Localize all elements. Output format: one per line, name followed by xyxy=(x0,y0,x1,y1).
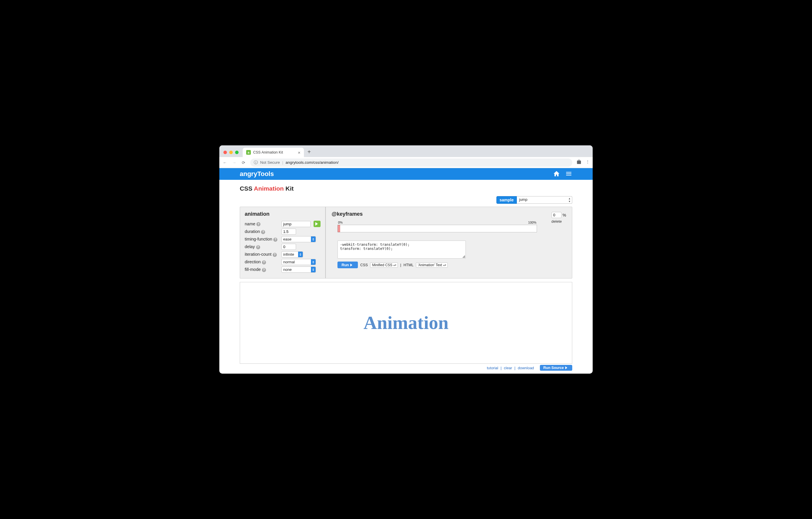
page-title: CSS Animation Kit xyxy=(240,185,572,192)
fillmode-select[interactable]: none xyxy=(282,267,316,273)
css-format-select[interactable]: Minified CSS▴▾ xyxy=(370,263,398,268)
url-text: angrytools.com/css/animation/ xyxy=(286,160,339,165)
brand-logo[interactable]: angryTools xyxy=(240,170,274,178)
chevron-updown-icon: ▴▾ xyxy=(443,264,446,266)
ruler-track[interactable] xyxy=(338,225,537,233)
current-frame-marker[interactable] xyxy=(338,225,340,232)
direction-value: normal xyxy=(283,260,295,264)
run-row: Run CSS Minified CSS▴▾ | HTML 'Animation… xyxy=(338,262,560,268)
footer-links: tutorial | clear | download Run Source xyxy=(240,365,572,371)
label-name: name? xyxy=(245,222,280,226)
chevron-updown-icon: ▴▾ xyxy=(569,197,570,203)
sample-label: sample xyxy=(496,196,517,204)
tutorial-link[interactable]: tutorial xyxy=(487,366,498,370)
favicon-icon: a xyxy=(246,150,251,155)
keyframes-heading: @keyframes xyxy=(331,211,566,217)
help-icon[interactable]: ? xyxy=(262,261,266,265)
help-icon[interactable]: ? xyxy=(262,268,266,272)
forward-icon[interactable]: → xyxy=(232,160,237,165)
title-pre: CSS xyxy=(240,185,254,192)
label-duration: duration? xyxy=(245,229,280,234)
chevron-updown-icon xyxy=(311,237,316,242)
timing-select[interactable]: ease xyxy=(282,236,316,242)
percent-input[interactable] xyxy=(552,212,561,218)
browser-window: a CSS Animation Kit × + ← → ⟳ ⓘ Not Secu… xyxy=(219,145,593,374)
title-highlight: Animation xyxy=(254,185,284,192)
titlebar: a CSS Animation Kit × + xyxy=(219,145,593,157)
timing-value: ease xyxy=(283,237,291,241)
extension-icon[interactable] xyxy=(576,159,582,165)
keyframe-code[interactable]: -webkit-transform: translateY(0); transf… xyxy=(338,241,466,258)
delete-keyframe[interactable]: delete xyxy=(552,219,562,224)
label-direction: direction? xyxy=(245,260,280,265)
home-icon[interactable] xyxy=(553,170,560,178)
back-icon[interactable]: ← xyxy=(222,160,228,165)
help-icon[interactable]: ? xyxy=(261,230,265,234)
info-icon: ⓘ xyxy=(254,160,258,165)
maximize-window[interactable] xyxy=(235,151,239,154)
name-input[interactable] xyxy=(282,221,311,227)
run-source-button[interactable]: Run Source xyxy=(540,365,572,371)
ruler-end: 100% xyxy=(528,221,536,224)
chevron-updown-icon xyxy=(311,267,316,272)
browser-toolbar: ← → ⟳ ⓘ Not Secure | angrytools.com/css/… xyxy=(219,157,593,168)
address-bar[interactable]: ⓘ Not Secure | angrytools.com/css/animat… xyxy=(250,159,572,167)
keyframe-stops xyxy=(338,233,537,237)
chevron-updown-icon xyxy=(298,252,303,257)
clear-link[interactable]: clear xyxy=(504,366,512,370)
preview-text: Animation xyxy=(364,312,448,334)
window-controls xyxy=(219,151,243,157)
reload-icon[interactable]: ⟳ xyxy=(241,160,246,165)
site-header: angryTools xyxy=(219,168,593,180)
chevron-updown-icon xyxy=(311,259,316,265)
sample-select[interactable]: jump ▴▾ xyxy=(517,196,572,204)
chevron-updown-icon: ▴▾ xyxy=(394,264,396,266)
close-tab-icon[interactable]: × xyxy=(298,150,300,155)
page-content: CSS Animation Kit sample jump ▴▾ animati… xyxy=(219,180,593,374)
minimize-window[interactable] xyxy=(229,151,233,154)
keyframes-pane: @keyframes 0% 100% % xyxy=(326,207,572,278)
play-button[interactable] xyxy=(314,221,321,227)
fillmode-value: none xyxy=(283,267,292,272)
security-label: Not Secure xyxy=(260,160,280,165)
label-fillmode: fill-mode? xyxy=(245,267,280,272)
sample-row: sample jump ▴▾ xyxy=(240,196,572,204)
tab-title: CSS Animation Kit xyxy=(253,150,283,155)
html-format-value: 'Animation' Text xyxy=(418,263,442,267)
css-label: CSS xyxy=(360,263,368,267)
iteration-select[interactable]: infinite xyxy=(282,251,303,257)
help-icon[interactable]: ? xyxy=(256,222,260,226)
control-panel: animation name? duration? timing-functio… xyxy=(240,207,572,278)
hamburger-icon[interactable] xyxy=(565,170,572,178)
animation-heading: animation xyxy=(245,211,321,217)
help-icon[interactable]: ? xyxy=(273,238,278,242)
duration-input[interactable] xyxy=(282,228,296,235)
iteration-value: infinite xyxy=(283,252,294,256)
html-format-select[interactable]: 'Animation' Text▴▾ xyxy=(416,263,448,268)
help-icon[interactable]: ? xyxy=(256,245,260,249)
html-label: HTML xyxy=(404,263,413,267)
label-timing: timing-function? xyxy=(245,237,280,242)
url-separator: | xyxy=(282,160,284,165)
direction-select[interactable]: normal xyxy=(282,259,316,265)
label-delay: delay? xyxy=(245,244,280,249)
separator: | xyxy=(500,366,501,370)
help-icon[interactable]: ? xyxy=(273,253,277,257)
ruler-start: 0% xyxy=(338,221,343,224)
delay-input[interactable] xyxy=(282,244,296,250)
preview-pane: Animation xyxy=(240,282,572,364)
download-link[interactable]: download xyxy=(518,366,534,370)
title-post: Kit xyxy=(284,185,294,192)
keyframe-side-controls: % delete xyxy=(552,212,566,224)
browser-tab[interactable]: a CSS Animation Kit × xyxy=(243,148,304,157)
close-window[interactable] xyxy=(224,151,227,154)
separator: | xyxy=(400,263,401,267)
sample-value: jump xyxy=(519,197,527,202)
keyframe-ruler: 0% 100% % delete xyxy=(338,221,537,237)
menu-icon[interactable]: ⋮ xyxy=(586,159,590,165)
run-button[interactable]: Run xyxy=(338,262,358,268)
separator: | xyxy=(515,366,515,370)
new-tab-button[interactable]: + xyxy=(304,148,314,157)
label-iteration: iteration-count? xyxy=(245,252,280,257)
percent-suffix: % xyxy=(562,213,566,217)
